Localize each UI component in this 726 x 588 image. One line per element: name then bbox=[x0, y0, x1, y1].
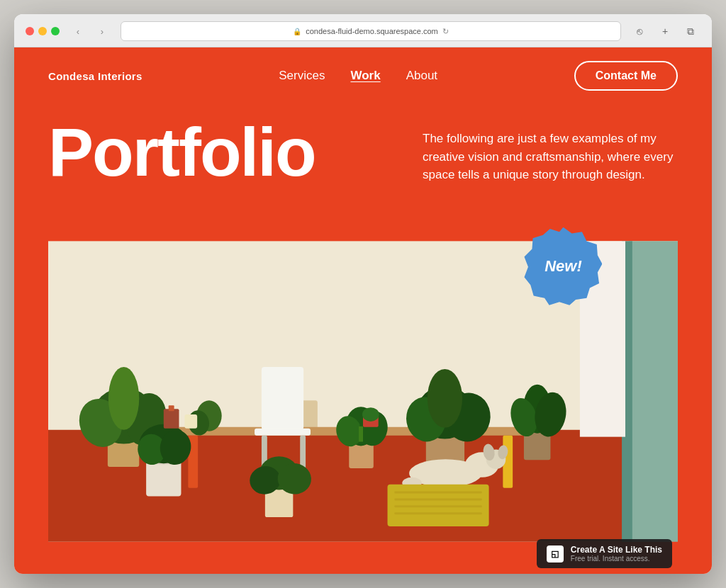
svg-rect-45 bbox=[394, 498, 481, 500]
share-button[interactable]: ⎋ bbox=[630, 21, 649, 41]
close-button[interactable] bbox=[26, 27, 34, 35]
squarespace-cta: Create A Site Like This bbox=[571, 545, 662, 555]
back-button[interactable]: ‹ bbox=[68, 21, 88, 41]
nav-about[interactable]: About bbox=[406, 69, 437, 83]
svg-rect-55 bbox=[184, 414, 197, 429]
browser-actions: ⎋ + ⧉ bbox=[630, 21, 700, 41]
hero-section: Portfolio The following are just a few e… bbox=[14, 104, 712, 209]
svg-point-36 bbox=[362, 407, 379, 422]
svg-rect-44 bbox=[394, 492, 481, 494]
reload-icon[interactable]: ↻ bbox=[442, 27, 449, 36]
forward-button[interactable]: › bbox=[92, 21, 112, 41]
hero-description: The following are just a few examples of… bbox=[423, 130, 678, 184]
lock-icon: 🔒 bbox=[293, 28, 301, 35]
traffic-lights bbox=[26, 27, 60, 35]
website-content: Condesa Interiors Services Work About Co… bbox=[14, 47, 712, 574]
sidebar-button[interactable]: ⧉ bbox=[681, 21, 700, 41]
svg-rect-11 bbox=[255, 429, 311, 436]
site-logo: Condesa Interiors bbox=[48, 70, 143, 82]
browser-chrome: ‹ › 🔒 condesa-fluid-demo.squarespace.com… bbox=[14, 14, 712, 47]
maximize-button[interactable] bbox=[51, 27, 60, 35]
hero-title: Portfolio bbox=[48, 118, 315, 186]
svg-rect-46 bbox=[394, 505, 481, 507]
new-badge-text: New! bbox=[544, 257, 582, 276]
svg-rect-10 bbox=[262, 367, 303, 430]
browser-window: ‹ › 🔒 condesa-fluid-demo.squarespace.com… bbox=[14, 14, 712, 574]
nav-services[interactable]: Services bbox=[279, 69, 325, 83]
address-bar[interactable]: 🔒 condesa-fluid-demo.squarespace.com ↻ bbox=[121, 21, 621, 41]
svg-rect-14 bbox=[108, 441, 139, 467]
svg-rect-23 bbox=[359, 426, 363, 442]
squarespace-banner[interactable]: ◱ Create A Site Like This Free trial. In… bbox=[537, 539, 672, 568]
minimize-button[interactable] bbox=[38, 27, 47, 35]
contact-button[interactable]: Contact Me bbox=[574, 61, 678, 91]
new-tab-button[interactable]: + bbox=[655, 21, 675, 41]
svg-point-18 bbox=[108, 367, 139, 430]
squarespace-text: Create A Site Like This Free trial. Inst… bbox=[571, 545, 662, 562]
nav-links: Services Work About bbox=[279, 69, 437, 83]
browser-navigation: ‹ › bbox=[68, 21, 112, 41]
svg-rect-54 bbox=[169, 405, 174, 411]
svg-rect-2 bbox=[629, 241, 678, 541]
squarespace-logo: ◱ bbox=[547, 545, 564, 562]
site-navigation: Condesa Interiors Services Work About Co… bbox=[14, 47, 712, 104]
svg-rect-47 bbox=[394, 512, 481, 514]
squarespace-sub: Free trial. Instant access. bbox=[571, 555, 662, 562]
portfolio-image: New! ◱ Create A Site Like This Free tria… bbox=[48, 209, 678, 574]
url-text: condesa-fluid-demo.squarespace.com bbox=[306, 27, 438, 35]
svg-rect-53 bbox=[164, 409, 179, 429]
nav-work[interactable]: Work bbox=[350, 69, 380, 83]
svg-point-28 bbox=[428, 369, 462, 428]
